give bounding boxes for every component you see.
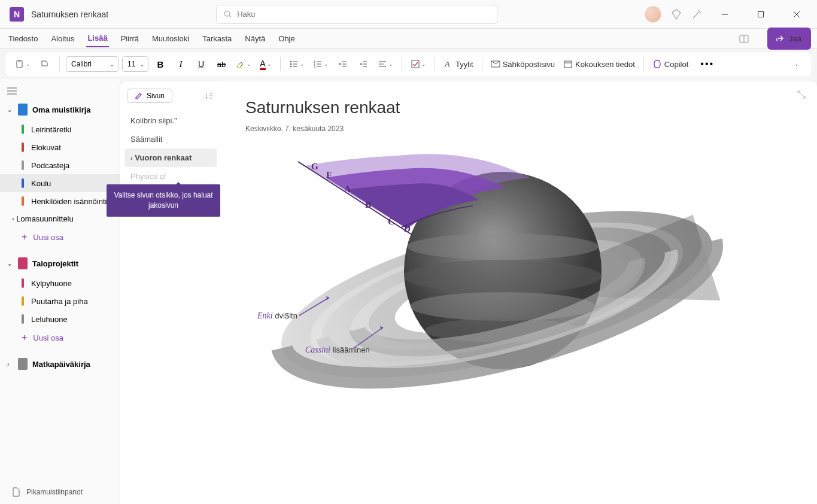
search-icon [224,10,232,19]
chevron-down-icon: ⌄ [7,107,14,113]
page-item[interactable]: Physics of [124,167,217,186]
font-size-select[interactable]: 11 [122,56,148,72]
section-podcasteja[interactable]: Podcasteja [0,156,120,174]
tab-file[interactable]: Tiedosto [7,31,39,47]
titlebar-right [645,5,817,24]
notebook-header-oma[interactable]: ⌄ Oma muistikirja [0,99,120,120]
maximize-button[interactable] [748,5,774,24]
ring-label-g: G [311,162,318,172]
search-box[interactable] [216,5,497,24]
meeting-details-button[interactable]: Kokouksen tiedot [561,56,637,72]
svg-text:A: A [444,60,450,69]
paste-button[interactable]: ⌄ [13,56,33,72]
section-leirintaretki[interactable]: Leirintäretki [0,120,120,138]
styles-button[interactable]: ATyylit [441,56,476,72]
svg-point-13 [290,66,292,68]
svg-point-47 [407,233,599,260]
font-color-button[interactable]: A⌄ [257,56,274,72]
main-area: ⌄ Oma muistikirja Leirintäretki Elokuvat… [0,79,817,504]
page-item-selected[interactable]: ›Vuoron renkaat [124,148,217,167]
svg-point-11 [290,63,292,65]
diamond-icon[interactable] [671,9,682,20]
section-leluhuone[interactable]: Leluhuone [0,310,120,328]
page-title[interactable]: Saturnuksen renkaat [245,98,793,117]
italic-button[interactable]: I [172,56,189,72]
more-button[interactable]: ••• [698,56,716,72]
underline-button[interactable]: U [193,56,209,72]
ribbon-expand-button[interactable]: ⌄ [788,56,804,72]
tab-insert[interactable]: Lisää [86,30,108,47]
notebook-label: Matkapäiväkirja [32,360,90,369]
chevron-right-icon: › [7,361,14,368]
svg-rect-8 [238,67,242,68]
notebook-icon [18,358,28,370]
notebook-header-talo[interactable]: ⌄ Taloprojektit [0,253,120,274]
strikethrough-button[interactable]: ab [213,56,230,72]
edit-icon [135,92,143,100]
minimize-button[interactable] [712,5,738,24]
tab-help[interactable]: Ohje [277,31,296,47]
wand-icon[interactable] [691,9,702,20]
annotation-enki: Enki dvi$ltn [257,311,297,321]
page-item[interactable]: Säämallit [124,130,217,148]
app-icon: N [10,7,24,22]
toolbar: ⌄ Calibri 11 B I U ab ⌄ A⌄ ⌄ 123⌄ ⌄ ⌄ AT… [5,51,812,77]
pages-pane: Sivun Kolibrin siipi." Säämallit ›Vuoron… [120,81,221,504]
search-input[interactable] [237,10,490,19]
font-name-select[interactable]: Calibri [66,56,119,72]
indent-button[interactable] [355,56,372,72]
chevron-down-icon: ⌄ [7,260,14,267]
annotation-cassini: Cassini lisääminen [305,345,370,355]
add-page-button[interactable]: Sivun [127,89,172,103]
email-page-button[interactable]: Sähköpostisivu [488,56,557,72]
svg-rect-30 [412,60,419,68]
outdent-button[interactable] [335,56,351,72]
chevron-right-icon: › [130,155,132,162]
tab-review[interactable]: Tarkasta [201,31,233,47]
nav-hamburger-icon[interactable] [0,85,120,99]
todo-tag-button[interactable]: ⌄ [408,56,429,72]
section-elokuvat[interactable]: Elokuvat [0,138,120,156]
reading-mode-icon[interactable] [739,34,749,44]
bold-button[interactable]: B [152,56,169,72]
page-icon [12,487,20,497]
section-koulu[interactable]: Koulu [0,174,120,192]
svg-point-9 [290,61,292,63]
tab-history[interactable]: Muutosloki [151,31,190,47]
ring-label-c: C [388,217,394,227]
sort-icon[interactable] [205,91,214,101]
ring-label-b: B [365,200,371,210]
expand-icon[interactable] [797,90,806,99]
notebook-label: Taloprojektit [32,259,78,268]
new-section-button[interactable]: +Uusi osa [0,227,120,247]
section-kylpyhuone[interactable]: Kylpyhuone [0,274,120,292]
align-button[interactable]: ⌄ [375,56,396,72]
section-henkiloiden[interactable]: Henkilöiden isännöinti [0,192,120,210]
tab-home[interactable]: Aloitus [50,31,75,47]
page-canvas[interactable]: Saturnuksen renkaat Keskiviikko. 7. kesä… [221,81,817,504]
svg-text:3: 3 [314,65,315,68]
svg-line-1 [229,16,231,17]
page-item[interactable]: Kolibrin siipi." [124,111,217,130]
ring-label-d: D [404,224,411,234]
copilot-button[interactable]: Copilot [650,56,691,72]
section-puutarha[interactable]: Puutarha ja piha [0,292,120,310]
share-button[interactable]: Jaa [767,28,811,50]
document-title: Saturnuksen renkaat [31,10,108,19]
highlight-button[interactable]: ⌄ [233,56,254,72]
plus-icon: + [22,332,27,343]
tab-draw[interactable]: Piirrä [120,31,140,47]
numbering-button[interactable]: 123⌄ [311,56,331,72]
user-avatar[interactable] [645,6,661,23]
ribbon-tabs: Tiedosto Aloitus Lisää Piirrä Muutosloki… [0,29,817,49]
close-button[interactable] [783,5,810,24]
notebook-header-matka[interactable]: › Matkapäiväkirja [0,353,120,375]
quick-notes-button[interactable]: Pikamuistiinpanot [12,487,83,497]
svg-point-0 [225,11,230,16]
new-section-button-2[interactable]: +Uusi osa [0,328,120,347]
section-lomasuunnittelu[interactable]: ›Lomasuunnittelu [0,210,120,227]
notebook-icon [18,257,28,269]
bullets-button[interactable]: ⌄ [287,56,307,72]
format-painter-button[interactable] [37,56,53,72]
tab-view[interactable]: Näytä [244,31,266,47]
